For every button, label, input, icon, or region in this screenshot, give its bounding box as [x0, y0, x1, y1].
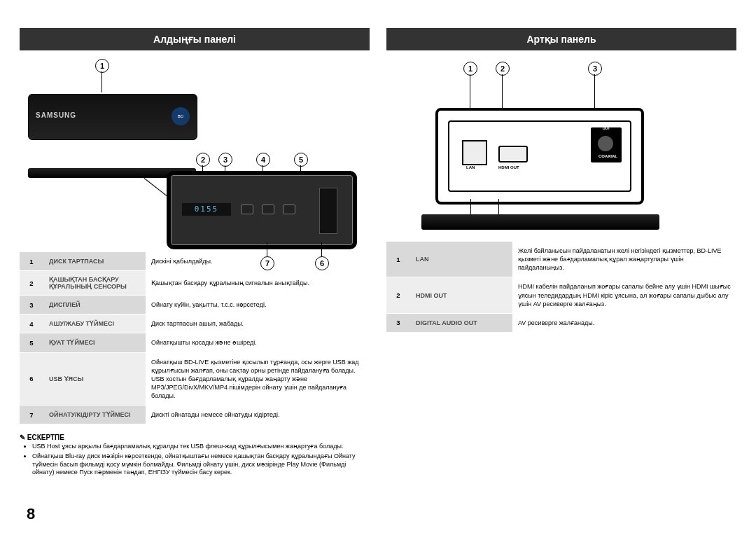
front-diagram: 1 SAMSUNG BD 2 3 4 5 0155	[20, 59, 370, 251]
table-row: 7ОЙНАТУ/КІДІРТУ ТҮЙМЕСІДискті ойнатады н…	[20, 406, 370, 424]
note-block: ✎ ЕСКЕРТПЕ USB Host ұясы арқылы бағдарла…	[20, 434, 370, 477]
front-callout-4: 4	[256, 153, 270, 167]
row-desc: Ойнатқыш BD-LIVE қызметіне қосылып тұрға…	[146, 352, 370, 406]
display-panel: 0155	[182, 203, 231, 216]
bluray-disc-icon: BD	[172, 107, 190, 125]
row-number: 5	[20, 333, 43, 352]
play-pause-button-icon	[262, 205, 274, 214]
row-number: 4	[20, 314, 43, 333]
row-desc: Қашықтан басқару құралының сигналын анық…	[146, 271, 370, 296]
front-title: Алдыңғы панелі	[20, 28, 370, 50]
table-row: 2HDMI OUTHDMI кабелін пайдаланып жоғары …	[386, 277, 736, 313]
front-callout-2: 2	[196, 153, 210, 167]
front-callout-7: 7	[260, 256, 274, 270]
row-label: АШУ/ЖАБУ ТҮЙМЕСІ	[43, 314, 146, 333]
lan-port-icon	[462, 140, 487, 165]
row-label: LAN	[410, 242, 512, 277]
table-row: 6USB ҰЯСЫОйнатқыш BD-LIVE қызметіне қосы…	[20, 352, 370, 406]
rear-top-view	[421, 214, 659, 230]
rear-diagram: 1 2 3 LAN HDMI OUT DIGITAL AUDIO OUT COA…	[386, 59, 736, 241]
front-face-illustration: SAMSUNG BD	[28, 94, 197, 140]
rear-callout-2: 2	[496, 62, 510, 76]
note-item: USB Host ұясы арқылы бағдарламалық құрал…	[32, 443, 370, 451]
row-number: 1	[386, 242, 410, 277]
row-label: ҚУАТ ТҮЙМЕСІ	[43, 333, 146, 352]
row-number: 7	[20, 406, 43, 424]
power-button-icon	[283, 205, 295, 214]
row-number: 2	[386, 277, 410, 313]
table-row: 3DIGITAL AUDIO OUTAV ресиверге жалғанады…	[386, 313, 736, 332]
note-title: ✎ ЕСКЕРТПЕ	[20, 434, 370, 441]
rear-callout-1: 1	[463, 62, 477, 76]
row-number: 3	[20, 296, 43, 314]
rear-panel-section: Артқы панель 1 2 3 LAN HDMI OUT DIGITAL …	[386, 28, 736, 478]
row-number: 2	[20, 271, 43, 296]
front-spec-table: 1ДИСК ТАРТПАСЫДискіні қабылдайды.2ҚАШЫҚТ…	[20, 251, 370, 424]
row-desc: Диск тартпасын ашып, жабады.	[146, 314, 370, 333]
row-number: 1	[20, 252, 43, 271]
note-item: Ойнатқыш Blu-ray диск мәзірін көрсеткенд…	[32, 452, 370, 477]
table-row: 3ДИСПЛЕЙОйнату күйін, уақытты, т.с.с. кө…	[20, 296, 370, 314]
front-panel-section: Алдыңғы панелі 1 SAMSUNG BD 2 3 4 5 01	[20, 28, 370, 478]
table-row: 2ҚАШЫҚТАН БАСҚАРУ ҚҰРАЛЫНЫҢ СЕНСОРЫҚашық…	[20, 271, 370, 296]
row-desc: AV ресиверге жалғанады.	[512, 313, 736, 332]
row-label: USB ҰЯСЫ	[43, 352, 146, 406]
table-row: 1LANЖелі байланысын пайдаланатын желі не…	[386, 242, 736, 277]
row-desc: Ойнату күйін, уақытты, т.с.с. көрсетеді.	[146, 296, 370, 314]
row-label: HDMI OUT	[410, 277, 512, 313]
rear-box-illustration: LAN HDMI OUT DIGITAL AUDIO OUT COAXIAL	[435, 108, 644, 205]
row-number: 6	[20, 352, 43, 406]
row-label: ДИСПЛЕЙ	[43, 296, 146, 314]
row-desc: Дискті ойнатады немесе ойнатуды кідіртед…	[146, 406, 370, 424]
front-callout-5: 5	[294, 153, 308, 167]
front-callout-3: 3	[218, 153, 232, 167]
hdmi-port-icon	[498, 146, 528, 162]
row-desc: Дискіні қабылдайды.	[146, 252, 370, 271]
usb-port-icon	[319, 188, 337, 234]
front-callout-1: 1	[95, 59, 109, 73]
rear-spec-table: 1LANЖелі байланысын пайдаланатын желі не…	[386, 241, 736, 332]
table-row: 4АШУ/ЖАБУ ТҮЙМЕСІДиск тартпасын ашып, жа…	[20, 314, 370, 333]
page-number: 8	[27, 505, 35, 523]
row-label: ДИСК ТАРТПАСЫ	[43, 252, 146, 271]
brand-logo: SAMSUNG	[36, 111, 76, 119]
row-desc: HDMI кабелін пайдаланып жоғары сапалы бе…	[512, 277, 736, 313]
row-label: ҚАШЫҚТАН БАСҚАРУ ҚҰРАЛЫНЫҢ СЕНСОРЫ	[43, 271, 146, 296]
rear-callout-3: 3	[588, 62, 602, 76]
row-label: ОЙНАТУ/КІДІРТУ ТҮЙМЕСІ	[43, 406, 146, 424]
row-number: 3	[386, 313, 410, 332]
row-label: DIGITAL AUDIO OUT	[410, 313, 512, 332]
coaxial-port-icon	[596, 134, 615, 153]
row-desc: Ойнатқышты қосады және өшіреді.	[146, 333, 370, 352]
table-row: 5ҚУАТ ТҮЙМЕСІОйнатқышты қосады және өшір…	[20, 333, 370, 352]
row-desc: Желі байланысын пайдаланатын желі негізі…	[512, 242, 736, 277]
front-detail-box: 0155	[167, 171, 357, 249]
eject-button-icon	[241, 205, 253, 214]
rear-title: Артқы панель	[386, 28, 736, 50]
front-callout-6: 6	[315, 256, 329, 270]
